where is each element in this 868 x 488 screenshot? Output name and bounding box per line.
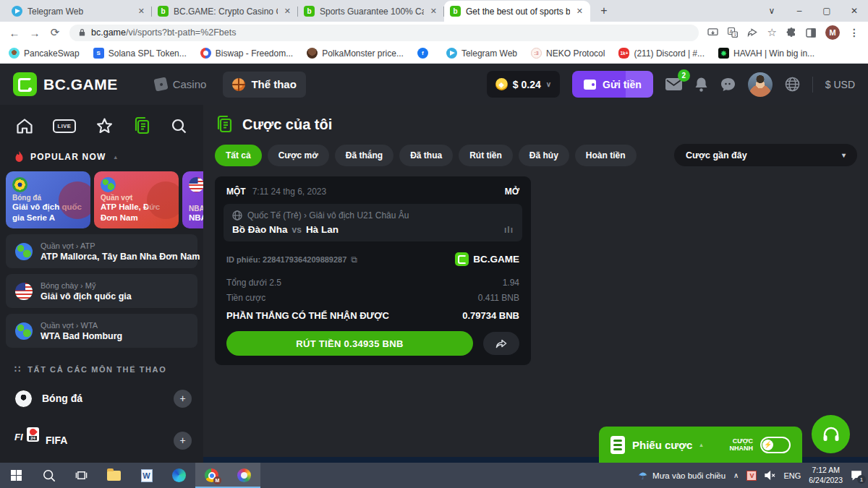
tab-title: Get the best out of sports betting [466,7,570,17]
betslip-bar[interactable]: Phiếu cược ▴ CƯỢCNHANH ⚡ [599,427,802,463]
sidebar-item-baseball-us[interactable]: Bóng chày › MỹGiải vô địch quốc gia [6,274,197,308]
bet-datetime: 7:11 24 thg 6, 2023 [252,187,327,197]
minimize-icon[interactable]: – [786,0,813,22]
install-icon[interactable] [707,28,718,38]
bookmark-polkamonster[interactable]: PolkaMonster price... [307,48,404,59]
tab-sports-betting-active[interactable]: b Get the best out of sports betting ✕ [444,1,590,22]
notification-center-button[interactable]: 1 [851,470,862,481]
popular-card-serie-a[interactable]: Bóng đá Giải vô địch quốc gia Serie A [6,171,90,228]
extensions-icon[interactable] [786,27,796,38]
bookmark-biswap[interactable]: Biswap - Freedom... [200,48,293,59]
paint-button[interactable] [228,463,260,488]
reload-icon[interactable]: ⟳ [46,26,64,39]
filter-cashout[interactable]: Rút tiền [459,145,513,166]
my-bets-icon[interactable] [132,116,151,135]
stats-icon[interactable]: ılı [504,225,514,235]
filter-open[interactable]: Cược mở [268,145,329,166]
filter-all[interactable]: Tất cả [215,145,262,166]
forward-icon[interactable]: → [26,27,43,39]
edge-button[interactable] [163,463,195,488]
url-domain: bc.game [91,27,126,38]
sidebar-sport-fifa[interactable]: FI24 FIFA + [0,422,203,458]
filter-won[interactable]: Đã thắng [335,145,393,166]
cashout-button[interactable]: RÚT TIỀN 0.34935 BNB [226,331,473,356]
language-indicator[interactable]: ENG [783,471,801,480]
search-icon[interactable] [171,118,187,134]
address-bar[interactable]: bc.game/vi/sports?bt-path=%2Fbets [69,25,699,41]
deposit-button[interactable]: Gửi tiền [572,71,653,98]
chrome-button[interactable]: M [195,463,228,488]
bookmark-discord[interactable]: 1k+(211) Discord | #... [618,48,705,59]
tab-bcgame-casino[interactable]: b BC.GAME: Crypto Casino Games ✕ [152,1,298,22]
popular-card-nba[interactable]: NBA 2 NBA [182,171,203,228]
bcgame-logo[interactable]: BC.GAME [13,72,118,96]
mail-button[interactable]: 2 [665,78,682,90]
currency-selector[interactable]: $ USD [825,79,855,90]
filter-cancelled[interactable]: Đã hủy [519,145,569,166]
translate-icon[interactable]: A文 [728,27,738,38]
share-icon[interactable] [747,28,758,38]
notifications-button[interactable] [694,77,708,92]
nav-casino[interactable]: Casino [145,72,216,97]
bookmark-star-icon[interactable]: ☆ [767,26,777,39]
task-view-button[interactable] [65,463,98,488]
menu-icon[interactable]: ⋮ [849,27,859,38]
bookmark-havah[interactable]: ❋HAVAH | Win big in... [718,48,814,59]
filter-lost[interactable]: Đã thua [399,145,453,166]
close-window-icon[interactable]: ✕ [841,0,868,22]
tray-app-icon[interactable]: V [746,471,757,481]
chat-button[interactable] [720,77,736,92]
favorites-star-icon[interactable] [95,117,114,134]
start-button[interactable] [0,463,33,488]
tab-close-icon[interactable]: ✕ [137,5,146,17]
weather-widget[interactable]: ☂ Mưa vào buổi chiều [639,470,726,481]
wallet-balance[interactable]: ◆ $ 0.24 ∨ [487,71,560,98]
tab-search-icon[interactable]: ∨ [758,0,786,22]
volume-muted-icon[interactable] [765,471,775,480]
profile-avatar-badge[interactable]: M [825,25,840,40]
globe-icon [785,77,800,92]
sidebar-item-atp-mallorca[interactable]: Quần vợt › ATPATP Mallorca, Tây Ban Nha … [6,234,197,268]
file-explorer-button[interactable] [98,463,130,488]
tab-close-icon[interactable]: ✕ [429,5,438,17]
bookmark-facebook[interactable]: f [417,48,433,59]
back-icon[interactable]: ← [6,27,23,39]
quick-bet-toggle[interactable]: ⚡ [760,437,791,453]
new-tab-button[interactable]: + [595,1,613,20]
tab-telegram-web[interactable]: Telegram Web ✕ [6,1,152,22]
telegram-favicon [12,6,22,17]
match-box[interactable]: Quốc Tế (Trẻ) › Giải vô địch U21 Châu Âu… [224,204,522,241]
share-bet-button[interactable] [483,332,519,355]
ticket-id: ID phiếu: 2284179364209889287 [226,255,346,264]
bookmark-pancakeswap[interactable]: PancakeSwap [9,48,80,59]
tab-close-icon[interactable]: ✕ [575,5,584,17]
live-icon[interactable]: LIVE [53,119,77,133]
user-avatar[interactable] [748,72,773,97]
support-button[interactable] [812,415,850,453]
expand-football-button[interactable]: + [174,390,192,408]
sidebar-sport-football[interactable]: Bóng đá + [0,380,203,416]
nav-sports[interactable]: Thể thao [223,72,306,98]
collapse-caret-icon: ▴ [114,153,118,160]
bookmark-solana[interactable]: SSolana SPL Token... [93,48,187,59]
taskbar-search-button[interactable] [33,463,65,488]
side-panel-icon[interactable] [806,28,816,38]
clock[interactable]: 7:12 AM6/24/2023 [809,466,843,484]
home-icon[interactable] [16,118,33,134]
popular-now-header[interactable]: POPULAR NOW ▴ [0,135,203,163]
sidebar-item-wta-bad-homburg[interactable]: Quần vợt › WTAWTA Bad Homburg [6,314,197,348]
copy-icon[interactable]: ⧉ [351,254,357,265]
language-button[interactable] [785,77,800,92]
popular-card-atp-halle[interactable]: Quần vợt ATP Halle, Đức Đơn Nam [94,171,179,228]
tray-chevron-icon[interactable]: ∧ [733,471,739,479]
tab-close-icon[interactable]: ✕ [283,5,292,17]
sort-dropdown[interactable]: Cược gần đây ▾ [674,144,857,166]
word-button[interactable]: W [130,463,163,488]
filter-refund[interactable]: Hoàn tiền [575,145,637,166]
expand-fifa-button[interactable]: + [174,432,192,450]
tab-sports-guarantee[interactable]: b Sports Guarantee 100% Cashback ✕ [298,1,444,22]
bookmark-telegram[interactable]: Telegram Web [446,48,517,59]
bookmark-neko[interactable]: :3NEKO Protocol [531,48,605,59]
bet-row-stake: Tiền cược0.411 BNB [226,293,519,303]
maximize-icon[interactable]: ▢ [813,0,841,22]
